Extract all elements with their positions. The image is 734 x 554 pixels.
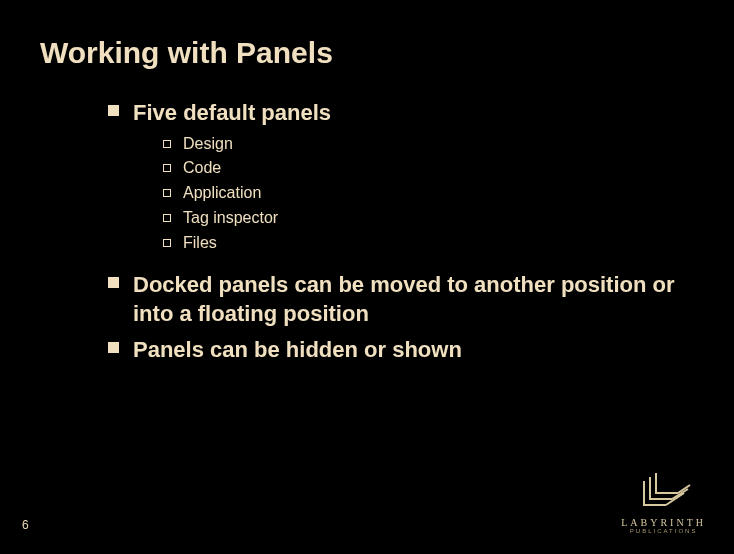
sub-bullet-text: Tag inspector [183, 208, 278, 229]
bullet-text: Docked panels can be moved to another po… [133, 270, 694, 329]
bullet-item: Docked panels can be moved to another po… [108, 270, 694, 329]
main-bullet-list: Five default panels Design Code Applicat… [108, 98, 694, 365]
square-bullet-icon [108, 105, 119, 116]
hollow-bullet-icon [163, 140, 171, 148]
sub-bullet-text: Design [183, 134, 233, 155]
sub-bullet-item: Application [163, 183, 331, 204]
bullet-text: Panels can be hidden or shown [133, 335, 462, 365]
logo-tagline: PUBLICATIONS [630, 528, 698, 534]
sub-bullet-list: Design Code Application Tag inspector [163, 134, 331, 254]
sub-bullet-item: Tag inspector [163, 208, 331, 229]
logo-brand-name: LABYRINTH [621, 517, 706, 528]
sub-bullet-text: Application [183, 183, 261, 204]
hollow-bullet-icon [163, 239, 171, 247]
sub-bullet-item: Files [163, 233, 331, 254]
slide-content: Working with Panels Five default panels … [0, 0, 734, 365]
hollow-bullet-icon [163, 164, 171, 172]
sub-bullet-text: Files [183, 233, 217, 254]
bullet-item: Five default panels Design Code Applicat… [108, 98, 694, 264]
slide-title: Working with Panels [40, 36, 694, 70]
bullet-item: Panels can be hidden or shown [108, 335, 694, 365]
square-bullet-icon [108, 342, 119, 353]
hollow-bullet-icon [163, 214, 171, 222]
brand-logo: LABYRINTH PUBLICATIONS [621, 473, 706, 534]
labyrinth-logo-icon [636, 473, 692, 515]
bullet-text: Five default panels [133, 98, 331, 128]
sub-bullet-item: Code [163, 158, 331, 179]
sub-bullet-text: Code [183, 158, 221, 179]
page-number: 6 [22, 518, 29, 532]
sub-bullet-item: Design [163, 134, 331, 155]
square-bullet-icon [108, 277, 119, 288]
hollow-bullet-icon [163, 189, 171, 197]
